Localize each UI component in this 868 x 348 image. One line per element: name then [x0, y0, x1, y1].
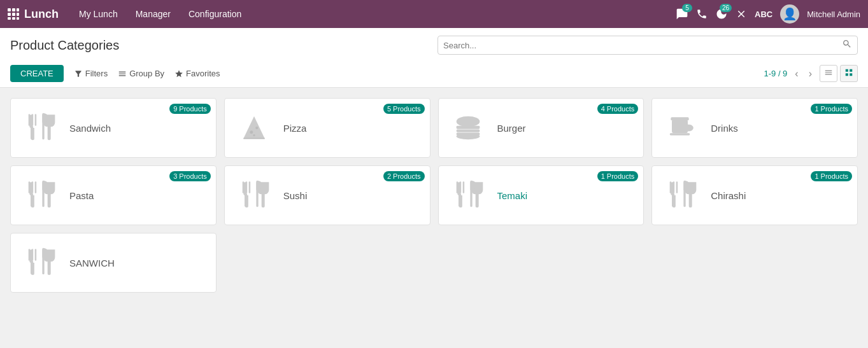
- category-name: Sushi: [283, 190, 308, 201]
- kanban-card-sushi[interactable]: 2 Products Sushi: [224, 165, 430, 225]
- svg-rect-25: [671, 117, 689, 120]
- kanban-card-temaki[interactable]: 1 Products Temaki: [438, 165, 644, 225]
- category-icon: [235, 109, 273, 147]
- svg-point-15: [250, 130, 253, 134]
- messages-icon-wrap[interactable]: 5: [676, 8, 688, 20]
- svg-rect-46: [673, 181, 675, 193]
- kanban-card-drinks[interactable]: 1 Products Drinks: [651, 98, 858, 158]
- toolbar-row: CREATE Filters Group By Favorites 1-9 / …: [10, 60, 858, 87]
- create-button[interactable]: CREATE: [10, 65, 64, 82]
- svg-rect-12: [35, 114, 37, 125]
- svg-rect-28: [32, 181, 34, 193]
- svg-rect-34: [245, 181, 247, 193]
- category-name: Chirashi: [711, 190, 746, 201]
- product-badge: 4 Products: [597, 104, 639, 114]
- phone-icon[interactable]: [696, 8, 708, 20]
- svg-rect-41: [462, 181, 464, 193]
- kanban-card-pizza[interactable]: 5 Products Pizza: [224, 98, 430, 158]
- svg-rect-29: [35, 181, 37, 193]
- category-icon: [449, 176, 487, 214]
- svg-rect-36: [245, 193, 247, 207]
- filters-button[interactable]: Filters: [74, 69, 108, 78]
- category-icon: [235, 176, 273, 214]
- category-name: Pasta: [69, 190, 94, 201]
- top-navigation: Lunch My Lunch Manager Configuration 5 2…: [0, 0, 868, 28]
- product-badge: 9 Products: [169, 104, 211, 114]
- avatar[interactable]: 👤: [780, 4, 799, 24]
- category-name: Pizza: [283, 123, 307, 134]
- product-badge: 3 Products: [169, 171, 211, 181]
- kanban-card-pasta[interactable]: 3 Products Pasta: [10, 165, 217, 225]
- svg-rect-2: [17, 8, 19, 11]
- toolbar-filters: Filters Group By Favorites: [74, 69, 220, 78]
- category-icon: [21, 244, 59, 282]
- grid-menu-icon[interactable]: [8, 8, 19, 20]
- svg-rect-27: [29, 181, 31, 193]
- svg-rect-5: [17, 13, 19, 16]
- svg-point-16: [255, 127, 258, 129]
- svg-rect-35: [248, 181, 250, 193]
- svg-rect-20: [456, 130, 480, 132]
- close-icon[interactable]: [736, 8, 747, 20]
- product-badge: 1 Products: [597, 171, 639, 181]
- group-by-button[interactable]: Group By: [118, 69, 164, 78]
- next-page-button[interactable]: ›: [806, 67, 815, 81]
- nav-manager[interactable]: Manager: [128, 5, 178, 23]
- toolbar-right: 1-9 / 9 ‹ ›: [764, 65, 858, 82]
- svg-rect-11: [32, 114, 34, 125]
- svg-rect-45: [670, 181, 672, 193]
- svg-rect-54: [31, 261, 33, 275]
- svg-rect-33: [242, 181, 244, 193]
- svg-rect-52: [32, 249, 34, 260]
- svg-rect-23: [672, 120, 688, 134]
- abc-label[interactable]: ABC: [755, 10, 772, 19]
- product-badge: 1 Products: [811, 171, 852, 181]
- svg-rect-48: [672, 193, 674, 207]
- list-view-button[interactable]: [820, 65, 837, 82]
- category-name: Sandwich: [69, 123, 111, 134]
- title-row: Product Categories: [10, 36, 858, 55]
- svg-rect-7: [12, 17, 15, 20]
- category-icon: [662, 109, 701, 147]
- category-icon: [449, 109, 487, 147]
- product-badge: 2 Products: [383, 171, 425, 181]
- svg-rect-39: [456, 181, 458, 193]
- moon-icon-wrap[interactable]: 26: [715, 8, 728, 20]
- svg-rect-4: [12, 13, 15, 16]
- view-toggle: [820, 65, 858, 82]
- svg-rect-1: [12, 8, 15, 11]
- kanban-card-burger[interactable]: 4 Products Burger: [438, 98, 644, 158]
- category-icon: [21, 109, 59, 147]
- svg-rect-30: [31, 193, 33, 207]
- kanban-card-sandwich[interactable]: 9 Products Sandwich: [10, 98, 217, 158]
- toolbar-left: CREATE Filters Group By Favorites: [10, 65, 220, 82]
- search-input[interactable]: [443, 41, 842, 50]
- svg-rect-6: [8, 17, 11, 20]
- main-content: 9 Products Sandwich 5 Products Pizza 4 P…: [0, 88, 868, 303]
- svg-rect-47: [676, 181, 678, 193]
- search-icon[interactable]: [842, 39, 852, 52]
- product-badge: 5 Products: [383, 104, 425, 114]
- nav-configuration[interactable]: Configuration: [181, 5, 249, 23]
- favorites-button[interactable]: Favorites: [174, 69, 220, 78]
- category-name: Drinks: [711, 123, 738, 134]
- svg-rect-53: [35, 249, 37, 260]
- nav-my-lunch[interactable]: My Lunch: [71, 5, 125, 23]
- svg-rect-24: [670, 133, 690, 135]
- svg-rect-19: [456, 126, 480, 129]
- moon-badge: 26: [720, 4, 732, 12]
- category-name: Burger: [497, 123, 526, 134]
- page-title: Product Categories: [10, 38, 119, 53]
- app-logo[interactable]: Lunch: [24, 8, 59, 21]
- kanban-view-button[interactable]: [840, 65, 858, 82]
- pagination-info: 1-9 / 9: [764, 69, 787, 78]
- kanban-card-sanwich[interactable]: SANWICH: [10, 233, 217, 293]
- svg-rect-51: [29, 249, 31, 260]
- svg-point-17: [253, 134, 255, 136]
- nav-actions: 5 26 ABC 👤 Mitchell Admin: [676, 4, 860, 24]
- prev-page-button[interactable]: ‹: [792, 67, 800, 81]
- category-icon: [21, 176, 59, 214]
- username[interactable]: Mitchell Admin: [807, 10, 860, 19]
- kanban-card-chirashi[interactable]: 1 Products Chirashi: [651, 165, 858, 225]
- svg-rect-10: [29, 114, 31, 125]
